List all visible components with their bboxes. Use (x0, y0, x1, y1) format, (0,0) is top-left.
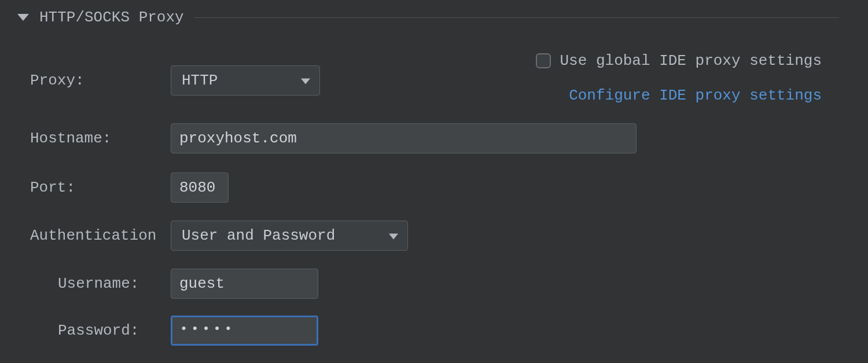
section-title: HTTP/SOCKS Proxy (39, 9, 184, 26)
proxy-type-value: HTTP (182, 72, 218, 89)
proxy-settings-panel: HTTP/SOCKS Proxy Use global IDE proxy se… (0, 0, 868, 363)
authentication-value: User and Password (182, 227, 335, 244)
username-input[interactable] (171, 269, 318, 299)
chevron-down-icon (301, 79, 310, 85)
username-field[interactable] (179, 269, 310, 298)
section-header[interactable]: HTTP/SOCKS Proxy (17, 9, 839, 26)
use-global-label: Use global IDE proxy settings (560, 52, 822, 69)
authentication-select[interactable]: User and Password (171, 221, 408, 251)
disclosure-triangle-icon[interactable] (17, 14, 29, 21)
port-label: Port: (30, 179, 171, 196)
section-divider (194, 17, 839, 18)
username-label: Username: (58, 275, 171, 292)
hostname-label: Hostname: (30, 130, 171, 147)
authentication-label: Authentication (30, 227, 171, 244)
port-field[interactable] (179, 173, 220, 202)
password-mask: ••••• (180, 323, 236, 336)
proxy-type-select[interactable]: HTTP (171, 65, 320, 96)
use-global-checkbox[interactable] (536, 53, 551, 68)
global-proxy-block: Use global IDE proxy settings Configure … (536, 52, 822, 104)
password-input[interactable]: ••••• (171, 316, 318, 346)
hostname-field[interactable] (179, 124, 628, 153)
proxy-label: Proxy: (30, 72, 171, 89)
port-input[interactable] (171, 173, 229, 203)
chevron-down-icon (389, 234, 398, 240)
hostname-input[interactable] (171, 123, 637, 153)
password-label: Password: (58, 322, 171, 339)
configure-ide-proxy-link[interactable]: Configure IDE proxy settings (569, 87, 822, 104)
